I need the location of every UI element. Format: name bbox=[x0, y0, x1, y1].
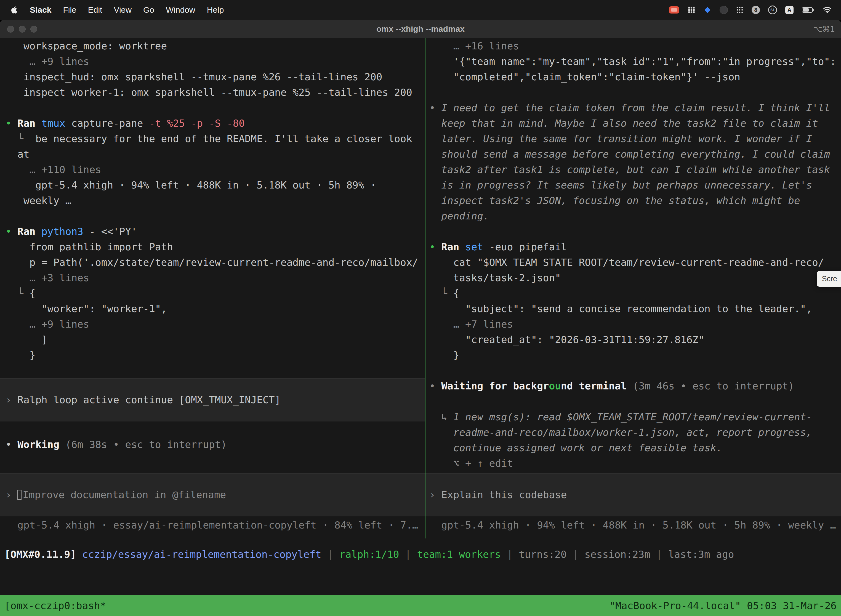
terminal-pane-left[interactable]: workspace_mode: worktree … +9 lines insp… bbox=[0, 38, 425, 538]
terminal-text: └ bbox=[6, 133, 35, 144]
wifi-icon[interactable] bbox=[823, 6, 832, 13]
terminal-text: ⌥ + ↑ edit bbox=[429, 458, 513, 469]
terminal-line: • Waiting for background terminal (3m 46… bbox=[425, 378, 841, 394]
zoom-button[interactable] bbox=[30, 26, 37, 32]
tmux-host-clock: "MacBook-Pro-44.local" 05:03 31-Mar-26 bbox=[609, 600, 837, 611]
terminal-line: } bbox=[0, 348, 425, 363]
terminal-line: inspect_worker-1: omx sparkshell --tmux-… bbox=[0, 85, 425, 100]
menu-bar: Slack File Edit View Go Window Help 8 61 bbox=[0, 0, 841, 20]
close-button[interactable] bbox=[7, 26, 14, 32]
terminal-text: Improve documentation in @filename bbox=[23, 489, 226, 500]
menu-item-file[interactable]: File bbox=[63, 5, 76, 15]
status-segment: | bbox=[321, 549, 339, 560]
terminal-text: - <<'PY' bbox=[89, 226, 137, 237]
dots-grid-icon[interactable] bbox=[736, 6, 743, 13]
terminal-line: • I need to get the claim token from the… bbox=[425, 100, 841, 116]
terminal-text: "subject": "send a concise recommendatio… bbox=[429, 303, 812, 314]
terminal-text: … +7 lines bbox=[429, 318, 513, 330]
terminal-text: keep that in mind. Maybe I also need the… bbox=[429, 117, 818, 129]
terminal-content: workspace_mode: worktree … +9 lines insp… bbox=[0, 38, 841, 538]
composer-input[interactable]: › Improve documentation in @filename bbox=[0, 473, 425, 516]
terminal-line: at bbox=[0, 147, 425, 162]
app-circle-icon[interactable] bbox=[719, 6, 728, 14]
terminal-text: … +16 lines bbox=[429, 40, 519, 51]
terminal-text: "completed","claim_token":"claim-token"}… bbox=[429, 71, 740, 82]
terminal-line: • Ran set -euo pipefail bbox=[425, 239, 841, 255]
terminal-line bbox=[425, 224, 841, 239]
terminal-text: from pathlib import Path bbox=[6, 241, 173, 252]
terminal-line: is in progress? It seems likely but perh… bbox=[425, 177, 841, 193]
status-segment: | bbox=[567, 549, 585, 560]
terminal-text: inspect task2's JSON, focusing on the st… bbox=[429, 195, 800, 206]
window-shortcut-hint: ⌥⌘1 bbox=[813, 25, 835, 34]
terminal-text: ↳ bbox=[429, 411, 453, 422]
window-titlebar[interactable]: omx --xhigh --madmax ⌥⌘1 bbox=[0, 20, 841, 38]
terminal-text: p = Path('.omx/state/team/review-current… bbox=[6, 257, 418, 268]
raycast-icon[interactable] bbox=[703, 6, 711, 14]
terminal-text: workspace_mode: worktree bbox=[6, 40, 167, 51]
spacer bbox=[425, 471, 841, 473]
terminal-line: later. Using the same for transition mig… bbox=[425, 131, 841, 147]
menu-item-edit[interactable]: Edit bbox=[88, 5, 103, 15]
terminal-line: pending. bbox=[425, 208, 841, 224]
terminal-line: "worker": "worker-1", bbox=[0, 301, 425, 317]
grid-icon[interactable] bbox=[687, 6, 695, 14]
battery-icon[interactable] bbox=[802, 7, 815, 13]
terminal-text: I need to get the claim token from the c… bbox=[441, 102, 830, 113]
menu-item-view[interactable]: View bbox=[114, 5, 131, 15]
screenshot-toast[interactable]: Scre bbox=[817, 271, 841, 287]
terminal-line: └ { bbox=[0, 286, 425, 301]
suggestion-row[interactable]: › Explain this codebase bbox=[425, 473, 841, 516]
stats-icon[interactable]: 8 bbox=[752, 6, 760, 14]
terminal-line bbox=[0, 363, 425, 378]
minimize-button[interactable] bbox=[19, 26, 26, 32]
terminal-line: '{"team_name":"my-team","task_id":"1","f… bbox=[425, 54, 841, 69]
terminal-line: inspect task2's JSON, focusing on the st… bbox=[425, 193, 841, 208]
screen: Slack File Edit View Go Window Help 8 61 bbox=[0, 0, 841, 616]
screen-record-indicator[interactable] bbox=[669, 6, 679, 14]
terminal-text: tmux bbox=[41, 117, 71, 129]
terminal-text: • bbox=[429, 102, 441, 113]
menu-app-name[interactable]: Slack bbox=[30, 5, 51, 15]
injected-prompt-row[interactable]: › Ralph loop active continue [OMX_TMUX_I… bbox=[0, 378, 425, 421]
terminal-line: … +9 lines bbox=[0, 317, 425, 332]
terminal-text: 1 new msg(s): read $OMX_TEAM_STATE_ROOT/… bbox=[453, 411, 812, 422]
terminal-line bbox=[0, 208, 425, 224]
menu-item-help[interactable]: Help bbox=[207, 5, 224, 15]
input-source-icon[interactable]: A bbox=[785, 6, 794, 14]
terminal-text: (3m 46s • esc to interrupt) bbox=[633, 380, 794, 392]
terminal-line: └ { bbox=[425, 286, 841, 301]
terminal-text: Explain this codebase bbox=[441, 489, 567, 500]
terminal-line: … +16 lines bbox=[425, 38, 841, 54]
terminal-text: weekly … bbox=[6, 195, 71, 206]
status-segment: | bbox=[501, 549, 519, 560]
menu-item-window[interactable]: Window bbox=[166, 5, 195, 15]
apple-menu-icon[interactable] bbox=[11, 6, 18, 14]
menu-item-go[interactable]: Go bbox=[143, 5, 154, 15]
terminal-text: inspect_hud: omx sparkshell --tmux-pane … bbox=[6, 71, 382, 82]
status-segment: [OMX#0.11.9] bbox=[4, 549, 76, 560]
terminal-line: • Ran tmux capture-pane -t %25 -p -S -80 bbox=[0, 116, 425, 131]
terminal-text: { bbox=[29, 287, 35, 299]
terminal-text: readme-and-reco/mailbox/worker-1.json, a… bbox=[429, 427, 812, 438]
terminal-text: -t %25 -p -S -80 bbox=[149, 117, 245, 129]
terminal-line: from pathlib import Path bbox=[0, 239, 425, 255]
terminal-line bbox=[0, 421, 425, 437]
terminal-text: • bbox=[429, 380, 441, 392]
terminal-line: weekly … bbox=[0, 193, 425, 208]
battery-ring-icon[interactable]: 61 bbox=[768, 6, 777, 14]
terminal-text: › bbox=[6, 489, 18, 500]
terminal-pane-right[interactable]: … +16 lines '{"team_name":"my-team","tas… bbox=[425, 38, 841, 538]
terminal-text: gpt-5.4 xhigh · 94% left · 488K in · 5.1… bbox=[429, 519, 836, 531]
terminal-text: gpt-5.4 xhigh · essay/ai-reimplementatio… bbox=[6, 519, 418, 531]
terminal-text: should send a message before completing … bbox=[429, 148, 830, 160]
terminal-text: … +3 lines bbox=[6, 272, 89, 283]
terminal-text: • bbox=[6, 117, 18, 129]
status-segment: last:3m ago bbox=[668, 549, 734, 560]
menu-status-icons: 8 61 A bbox=[669, 6, 832, 14]
terminal-line: … +7 lines bbox=[425, 317, 841, 332]
terminal-text: task2 after task1 is complete, but can I… bbox=[429, 164, 830, 175]
terminal-line: … +3 lines bbox=[0, 270, 425, 286]
terminal-text: be necessary for the end of the README. … bbox=[35, 133, 412, 144]
terminal-text: └ bbox=[6, 287, 29, 299]
